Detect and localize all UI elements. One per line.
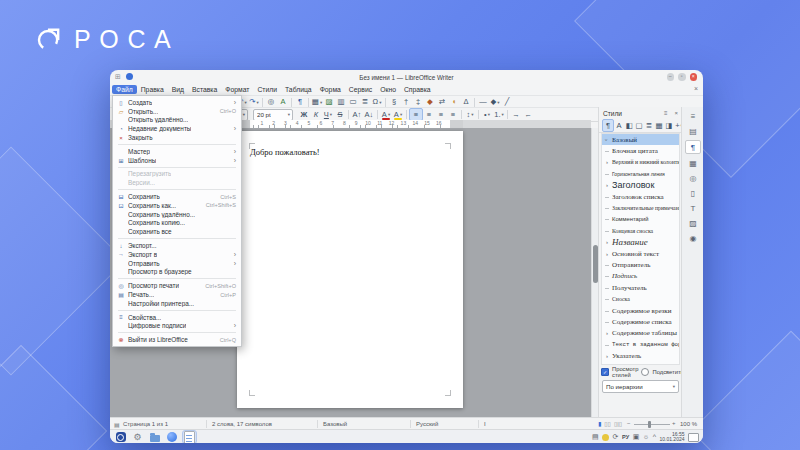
page-tab-icon[interactable]: ▯ bbox=[686, 187, 700, 199]
status-page[interactable]: Страница 1 из 1 bbox=[123, 421, 168, 427]
status-page-style[interactable]: Базовый bbox=[323, 421, 347, 427]
increase-indent-icon[interactable]: → bbox=[510, 109, 522, 120]
insert-table-icon[interactable]: ▦▾ bbox=[311, 97, 323, 108]
menu-save-as[interactable]: ⊡Сохранить как...Ctrl+Shift+S bbox=[113, 201, 241, 210]
keyboard-layout-indicator[interactable]: РУ bbox=[622, 434, 629, 440]
document-page[interactable]: Добро пожаловать! bbox=[237, 131, 463, 408]
style-item[interactable]: Отправитель bbox=[602, 259, 679, 270]
zoom-slider-thumb[interactable] bbox=[648, 421, 651, 428]
style-item[interactable]: Содержимое врезки bbox=[602, 305, 679, 316]
menubar-item[interactable]: Формат bbox=[221, 85, 253, 94]
comment-icon[interactable]: ◖ bbox=[448, 97, 460, 108]
preview-checkbox[interactable]: ✓ bbox=[601, 368, 609, 376]
menubar-item[interactable]: Правка bbox=[137, 85, 168, 94]
menu-exit[interactable]: ⊗Выйти из LibreOfficeCtrl+Q bbox=[113, 335, 241, 344]
files-app-icon[interactable] bbox=[148, 431, 161, 443]
zoom-slider[interactable] bbox=[634, 424, 670, 425]
tray-expand-icon[interactable]: ^ bbox=[653, 432, 656, 442]
superscript-icon[interactable]: A↑ bbox=[351, 109, 363, 120]
menubar-item[interactable]: Вставка bbox=[188, 85, 221, 94]
menubar-item[interactable]: Сервис bbox=[345, 85, 376, 94]
tray-updates-icon[interactable]: ⟳ bbox=[613, 432, 619, 442]
style-item[interactable]: Текст в заданном формате bbox=[602, 339, 679, 350]
menu-recent[interactable]: ◔Недавние документы› bbox=[113, 124, 241, 133]
zoom-out-button[interactable]: − bbox=[627, 420, 631, 426]
numbered-list-icon[interactable]: 1.▾ bbox=[493, 109, 505, 120]
zoom-in-button[interactable]: + bbox=[672, 420, 676, 426]
find-replace-icon[interactable]: ◎ bbox=[265, 97, 277, 108]
menu-export[interactable]: ↓Экспорт... bbox=[113, 241, 241, 250]
navigator-tab-icon[interactable]: ◎ bbox=[686, 172, 700, 184]
style-inspector-tab-icon[interactable]: T bbox=[686, 202, 700, 214]
bold-icon[interactable]: Ж bbox=[298, 109, 310, 120]
sidebar-menu-icon[interactable]: ≡ bbox=[686, 110, 700, 122]
menu-print-preview[interactable]: ◎Просмотр печатиCtrl+Shift+O bbox=[113, 281, 241, 290]
status-insert-mode[interactable]: I bbox=[484, 421, 486, 427]
menu-wizard[interactable]: Мастер› bbox=[113, 147, 241, 156]
menu-digital-signatures[interactable]: Цифровые подписи› bbox=[113, 322, 241, 331]
style-item[interactable]: Сноска bbox=[602, 293, 679, 304]
menu-printer-settings[interactable]: Настройки принтера... bbox=[113, 299, 241, 308]
single-page-view-icon[interactable]: ▮ bbox=[598, 420, 601, 427]
document-text[interactable]: Добро пожаловать! bbox=[250, 147, 320, 157]
expander-icon[interactable]: › bbox=[604, 159, 610, 165]
menubar-item[interactable]: Стили bbox=[253, 85, 281, 94]
subscript-icon[interactable]: A↓ bbox=[363, 109, 375, 120]
browser-app-icon[interactable] bbox=[165, 431, 178, 443]
paragraph-styles-icon[interactable]: ¶ bbox=[602, 119, 614, 132]
status-wordcount[interactable]: 2 слова, 17 символов bbox=[212, 421, 272, 427]
cross-reference-icon[interactable]: ⇄ bbox=[436, 97, 448, 108]
table-styles-icon[interactable]: ▦ bbox=[654, 120, 664, 131]
list-styles-icon[interactable]: ≣ bbox=[644, 120, 654, 131]
manage-changes-tab-icon[interactable]: ▨ bbox=[686, 217, 700, 229]
style-item[interactable]: Блочная цитата bbox=[602, 145, 679, 156]
spelling-icon[interactable]: A bbox=[277, 97, 289, 108]
endnote-icon[interactable]: ‡ bbox=[412, 97, 424, 108]
expander-icon[interactable]: › bbox=[604, 251, 610, 257]
expander-icon[interactable]: › bbox=[604, 137, 610, 143]
underline-icon[interactable]: Ч▾ bbox=[322, 109, 334, 120]
settings-app-icon[interactable]: ⚙ bbox=[131, 431, 144, 443]
align-right-icon[interactable]: ≡ bbox=[435, 109, 447, 120]
align-center-icon[interactable]: ≡ bbox=[423, 109, 435, 120]
style-item[interactable]: ›Основной текст bbox=[602, 248, 679, 259]
gallery-tab-icon[interactable]: ▦ bbox=[686, 157, 700, 169]
style-item[interactable]: ›Название bbox=[602, 237, 679, 248]
style-item[interactable]: Подпись bbox=[602, 271, 679, 282]
frame-styles-icon[interactable]: ◧ bbox=[624, 120, 634, 131]
bullet-list-icon[interactable]: •▾ bbox=[481, 109, 493, 120]
menubar-item[interactable]: Вид bbox=[168, 85, 188, 94]
font-color-icon[interactable]: А▾ bbox=[380, 109, 392, 120]
styles-tab-icon[interactable]: ¶ bbox=[685, 140, 701, 154]
footnote-icon[interactable]: † bbox=[400, 97, 412, 108]
style-item[interactable]: Заключительные примечания bbox=[602, 202, 679, 213]
deck-menu-icon[interactable]: ≡ bbox=[660, 110, 668, 116]
insert-chart-icon[interactable]: ▥ bbox=[335, 97, 347, 108]
bookmark-icon[interactable]: ◆ bbox=[424, 97, 436, 108]
menu-save-all[interactable]: Сохранить все bbox=[113, 227, 241, 236]
line-spacing-icon[interactable]: ↕▾ bbox=[464, 109, 476, 120]
fill-format-icon[interactable]: ◨ bbox=[664, 120, 674, 131]
window-grid-icon[interactable]: ⊞ bbox=[115, 73, 122, 80]
menu-save[interactable]: ⊟СохранитьCtrl+S bbox=[113, 192, 241, 201]
style-item[interactable]: Концевая сноска bbox=[602, 225, 679, 236]
style-item[interactable]: ›Содержимое таблицы bbox=[602, 328, 679, 339]
style-filter-select[interactable]: По иерархии ▾ bbox=[602, 380, 679, 393]
highlight-radio[interactable] bbox=[641, 368, 649, 376]
expander-icon[interactable]: › bbox=[604, 239, 610, 245]
character-styles-icon[interactable]: A bbox=[614, 120, 624, 131]
strikethrough-icon[interactable]: S bbox=[334, 109, 346, 120]
italic-icon[interactable]: К bbox=[310, 109, 322, 120]
menubar-item[interactable]: Форма bbox=[316, 85, 345, 94]
style-item[interactable]: Содержимое списка bbox=[602, 316, 679, 327]
writer-app-icon[interactable] bbox=[182, 430, 197, 443]
page-styles-icon[interactable]: ▢ bbox=[634, 120, 644, 131]
special-character-icon[interactable]: Ω▾ bbox=[371, 97, 383, 108]
style-item[interactable]: Заголовок списка bbox=[602, 191, 679, 202]
style-item[interactable]: ›Базовый bbox=[602, 134, 679, 145]
expander-icon[interactable]: › bbox=[604, 330, 610, 336]
decrease-indent-icon[interactable]: ← bbox=[522, 109, 534, 120]
maximize-button[interactable]: ▫ bbox=[678, 73, 686, 81]
redo-icon[interactable]: ↷▾ bbox=[248, 97, 260, 108]
highlight-color-icon[interactable]: А▾ bbox=[392, 109, 404, 120]
